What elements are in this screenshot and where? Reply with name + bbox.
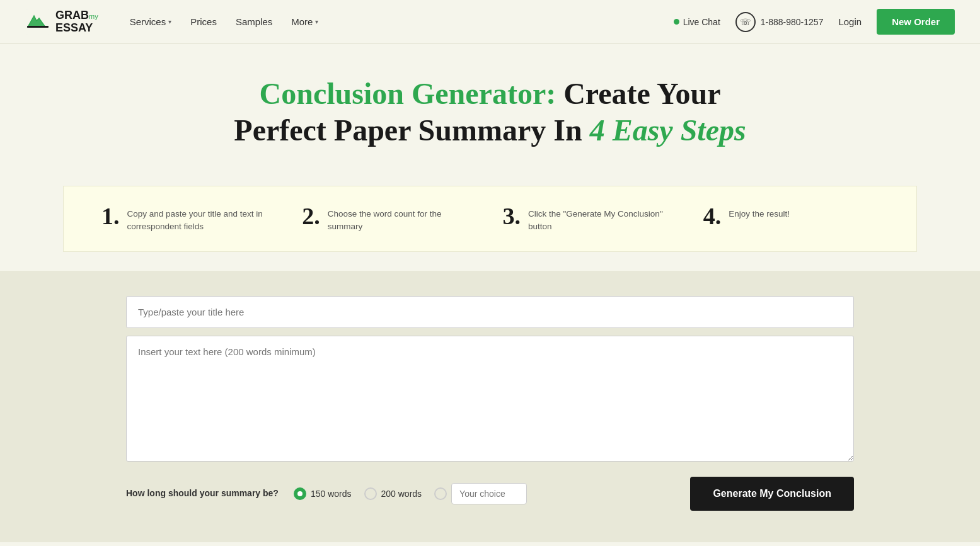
phone-icon: ☏ — [735, 12, 756, 32]
radio-group: 150 words 200 words — [294, 483, 527, 504]
nav-more[interactable]: More ▾ — [291, 16, 318, 27]
form-section: How long should your summary be? 150 wor… — [0, 271, 980, 542]
phone-wrap[interactable]: ☏ 1-888-980-1257 — [735, 12, 824, 32]
hero-title: Conclusion Generator: Create Your Perfec… — [25, 76, 955, 148]
custom-word-count-input[interactable] — [451, 483, 527, 504]
logo-text: GRABmyESSAY — [55, 9, 98, 35]
radio-custom[interactable] — [434, 483, 527, 504]
word-count-label: How long should your summary be? — [126, 487, 279, 500]
nav-links: Services ▾ Prices Samples More ▾ — [130, 16, 655, 27]
radio-200[interactable]: 200 words — [364, 487, 422, 500]
chevron-down-icon: ▾ — [315, 18, 318, 25]
step-3: 3. Click the "Generate My Conclusion" bu… — [503, 204, 678, 234]
text-area[interactable] — [126, 336, 854, 462]
generate-button[interactable]: Generate My Conclusion — [690, 477, 854, 511]
bottom-row: How long should your summary be? 150 wor… — [126, 477, 854, 511]
login-button[interactable]: Login — [838, 16, 862, 27]
radio-circle-200 — [364, 487, 377, 500]
radio-circle-custom — [434, 487, 447, 500]
step-1: 1. Copy and paste your title and text in… — [101, 204, 277, 234]
nav-services[interactable]: Services ▾ — [130, 16, 172, 27]
logo[interactable]: GRABmyESSAY — [25, 9, 98, 35]
title-input[interactable] — [126, 296, 854, 328]
radio-150[interactable]: 150 words — [294, 487, 352, 500]
svg-rect-1 — [27, 26, 49, 28]
navbar: GRABmyESSAY Services ▾ Prices Samples Mo… — [0, 0, 980, 44]
live-chat[interactable]: Live Chat — [674, 17, 720, 27]
step-4: 4. Enjoy the result! — [703, 204, 879, 228]
nav-prices[interactable]: Prices — [190, 16, 217, 27]
logo-icon — [25, 9, 50, 35]
chevron-down-icon: ▾ — [168, 18, 171, 25]
step-2: 2. Choose the word count for the summary — [302, 204, 477, 234]
new-order-button[interactable]: New Order — [877, 9, 955, 35]
radio-circle-150 — [294, 487, 306, 500]
nav-right: Live Chat ☏ 1-888-980-1257 Login New Ord… — [674, 9, 955, 35]
hero-section: Conclusion Generator: Create Your Perfec… — [0, 44, 980, 167]
nav-samples[interactable]: Samples — [236, 16, 272, 27]
live-indicator — [674, 19, 679, 25]
steps-bar: 1. Copy and paste your title and text in… — [63, 186, 917, 252]
